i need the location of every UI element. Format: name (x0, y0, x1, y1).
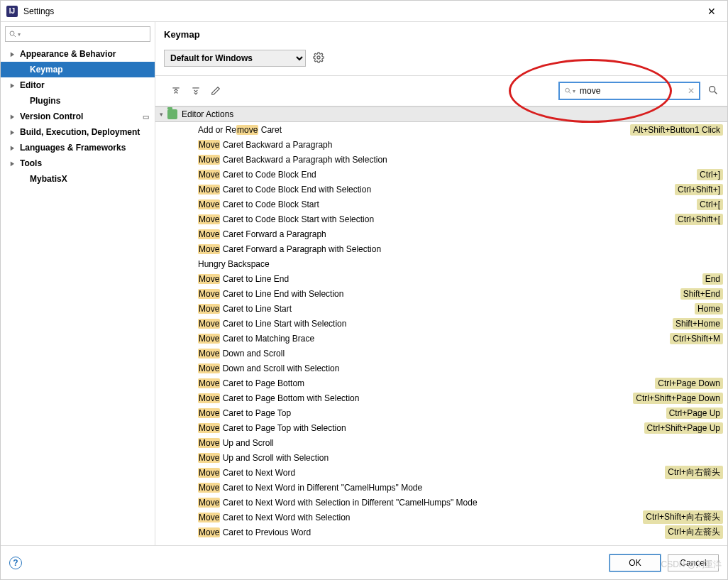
expand-all-icon[interactable] (171, 86, 181, 96)
svg-line-1 (14, 35, 16, 38)
sidebar-item-editor[interactable]: ▸Editor (1, 77, 155, 93)
close-button[interactable]: ✕ (702, 6, 722, 17)
action-label: Add or Remove Caret (198, 125, 282, 135)
keymap-action-row[interactable]: Move Down and Scroll (155, 346, 727, 361)
help-button[interactable]: ? (9, 557, 22, 569)
keymap-action-row[interactable]: Move Caret to Line End with SelectionShi… (155, 286, 727, 301)
keymap-action-row[interactable]: Move Caret to Next Word in Different "Ca… (155, 480, 727, 495)
sidebar-search-input[interactable] (23, 28, 147, 40)
keymap-action-row[interactable]: Move Caret Backward a Paragraph (155, 137, 727, 152)
keymap-action-row[interactable]: Move Caret Forward a Paragraph with Sele… (155, 241, 727, 256)
keymap-action-row[interactable]: Move Caret to Page TopCtrl+Page Up (155, 405, 727, 420)
group-label: Editor Actions (182, 109, 233, 119)
action-label: Move Caret to Page Top with Selection (198, 423, 346, 433)
action-label: Move Caret Forward a Paragraph (198, 229, 326, 239)
shortcut-badge: End (702, 273, 723, 285)
sidebar-item-languages-frameworks[interactable]: ▸Languages & Frameworks (1, 140, 155, 155)
keymap-action-row[interactable]: Move Up and Scroll (155, 435, 727, 450)
keymap-action-row[interactable]: Move Caret to Code Block StartCtrl+[ (155, 197, 727, 212)
action-label: Move Caret to Line Start with Selection (198, 319, 346, 329)
edit-icon[interactable] (211, 86, 221, 96)
action-label: Move Caret to Next Word with Selection (198, 513, 351, 522)
action-label: Move Caret to Next Word (198, 468, 295, 478)
action-label: Move Caret to Code Block End (198, 170, 316, 180)
keymap-action-list[interactable]: ▾ Editor Actions Add or Remove CaretAlt+… (155, 106, 727, 545)
keymap-action-row[interactable]: Move Caret to Next Word with Selection i… (155, 495, 727, 510)
keymap-action-row[interactable]: Move Caret to Code Block End with Select… (155, 182, 727, 197)
collapse-all-icon[interactable] (191, 86, 201, 96)
chevron-right-icon: ▸ (11, 112, 17, 121)
action-label: Move Caret to Page Bottom (198, 378, 304, 388)
chevron-right-icon: ▸ (11, 159, 17, 168)
keymap-action-row[interactable]: Move Caret to Matching BraceCtrl+Shift+M (155, 331, 727, 346)
keymap-action-row[interactable]: Move Caret to Line StartHome (155, 301, 727, 316)
shortcut-badge: Ctrl+Shift+] (675, 184, 723, 195)
action-label: Move Caret Backward a Paragraph with Sel… (198, 155, 387, 165)
shortcut-badge: Shift+End (680, 288, 723, 300)
breadcrumb: Keymap (155, 22, 727, 50)
app-icon: IJ (6, 6, 18, 17)
dropdown-icon: ▾ (18, 31, 21, 38)
keymap-action-row[interactable]: Move Caret Backward a Paragraph with Sel… (155, 152, 727, 167)
svg-line-6 (569, 92, 570, 93)
sidebar-item-build-execution-deployment[interactable]: ▸Build, Execution, Deployment (1, 124, 155, 140)
shortcut-badge: Ctrl+Shift+[ (675, 214, 723, 225)
keymap-action-row[interactable]: Move Caret to Page Top with SelectionCtr… (155, 420, 727, 435)
sidebar-item-label: Languages & Frameworks (20, 143, 126, 153)
keymap-action-row[interactable]: Move Down and Scroll with Selection (155, 361, 727, 376)
gear-icon[interactable] (313, 52, 324, 65)
action-search[interactable]: ▾ ✕ (558, 82, 700, 100)
sidebar-item-tools[interactable]: ▸Tools (1, 155, 155, 171)
action-label: Move Caret Forward a Paragraph with Sele… (198, 244, 381, 254)
action-search-input[interactable] (578, 85, 688, 97)
keymap-action-row[interactable]: Hungry Backspace (155, 256, 727, 271)
search-icon (564, 87, 572, 95)
keymap-action-row[interactable]: Add or Remove CaretAlt+Shift+Button1 Cli… (155, 122, 727, 137)
action-label: Move Down and Scroll (198, 349, 285, 359)
keymap-action-row[interactable]: Move Caret to Previous WordCtrl+向左箭头 (155, 525, 727, 540)
keymap-action-row[interactable]: Move Up and Scroll with Selection (155, 450, 727, 465)
keymap-scheme-select[interactable]: Default for Windows (164, 50, 306, 67)
keymap-action-row[interactable]: Move Caret to Code Block EndCtrl+] (155, 167, 727, 182)
svg-point-5 (566, 88, 570, 92)
sidebar-item-label: Version Control (20, 111, 83, 121)
action-label: Move Caret to Code Block End with Select… (198, 185, 371, 195)
keymap-action-row[interactable]: Move Caret to Next Word with SelectionCt… (155, 510, 727, 525)
ok-button[interactable]: OK (610, 554, 661, 571)
group-header[interactable]: ▾ Editor Actions (155, 106, 727, 122)
cancel-button[interactable]: Cancel (668, 554, 719, 571)
chevron-right-icon: ▸ (11, 50, 17, 59)
shortcut-badge: Ctrl+Shift+Page Down (633, 393, 723, 404)
sidebar-search[interactable]: ▾ (5, 26, 150, 42)
sidebar-item-version-control[interactable]: ▸Version Control▭ (1, 109, 155, 124)
svg-point-7 (710, 86, 715, 92)
action-label: Move Caret to Code Block Start (198, 199, 319, 209)
shortcut-badge: Ctrl+[ (697, 199, 723, 210)
sidebar-item-keymap[interactable]: Keymap (1, 62, 155, 77)
search-icon (9, 30, 17, 38)
keymap-action-row[interactable]: Move Caret to Next WordCtrl+向右箭头 (155, 465, 727, 480)
keymap-action-row[interactable]: Move Caret to Line EndEnd (155, 271, 727, 286)
keymap-action-row[interactable]: Move Caret to Line Start with SelectionS… (155, 316, 727, 331)
clear-search-icon[interactable]: ✕ (688, 86, 695, 96)
action-label: Move Caret to Line End (198, 274, 289, 284)
sidebar-item-plugins[interactable]: Plugins (1, 93, 155, 109)
sidebar-item-appearance-behavior[interactable]: ▸Appearance & Behavior (1, 46, 155, 62)
keymap-action-row[interactable]: Move Caret to Page Bottom with Selection… (155, 390, 727, 405)
action-label: Move Caret to Next Word in Different "Ca… (198, 483, 422, 493)
titlebar: IJ Settings ✕ (1, 1, 727, 22)
keymap-action-row[interactable]: Move Caret to Code Block Start with Sele… (155, 212, 727, 226)
sidebar-item-mybatisx[interactable]: MybatisX (1, 171, 155, 187)
chevron-right-icon: ▸ (11, 81, 17, 90)
shortcut-badge: Ctrl+向左箭头 (665, 525, 723, 539)
find-by-shortcut-icon[interactable] (707, 84, 719, 98)
keymap-action-row[interactable]: Move Caret Forward a Paragraph (155, 226, 727, 241)
shortcut-badge: Ctrl+Shift+向右箭头 (643, 510, 723, 524)
keymap-action-row[interactable]: Move Caret to Page BottomCtrl+Page Down (155, 376, 727, 390)
shortcut-badge: Ctrl+Page Up (666, 407, 723, 419)
window-title: Settings (23, 6, 54, 16)
chevron-right-icon: ▸ (11, 128, 17, 137)
shortcut-badge: Ctrl+Shift+M (670, 333, 723, 344)
action-label: Move Caret to Page Top (198, 408, 291, 418)
action-label: Move Caret to Next Word with Selection i… (198, 498, 478, 508)
